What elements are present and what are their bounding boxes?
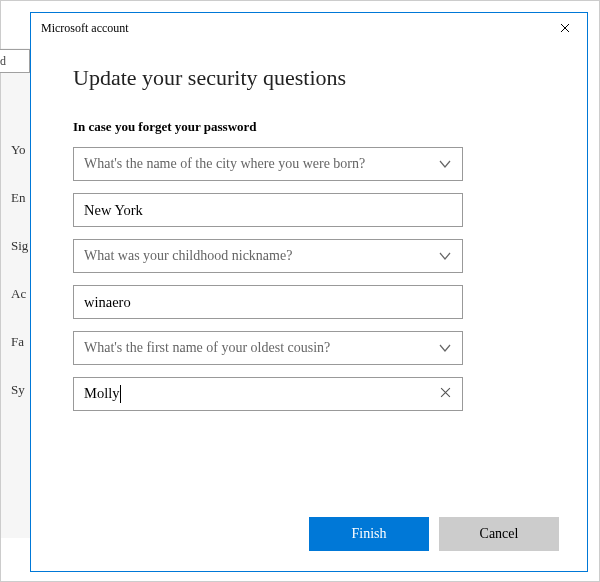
background-label: Ac (11, 286, 26, 302)
chevron-down-icon (436, 247, 454, 265)
question-3-select[interactable]: What's the first name of your oldest cou… (73, 331, 463, 365)
close-icon (440, 386, 451, 402)
page-subheading: In case you forget your password (73, 119, 545, 135)
content-area: Update your security questions In case y… (31, 43, 587, 423)
answer-3-value: Molly (84, 385, 436, 404)
background-label: Sy (11, 382, 25, 398)
question-2-select[interactable]: What was your childhood nickname? (73, 239, 463, 273)
modal-window: Microsoft account Update your security q… (30, 12, 588, 572)
close-button[interactable] (542, 13, 587, 43)
background-label: Yo (11, 142, 26, 158)
text-caret (120, 385, 121, 403)
page-title: Update your security questions (73, 65, 545, 91)
answer-2-input[interactable]: winaero (73, 285, 463, 319)
close-icon (560, 21, 570, 36)
answer-2-value: winaero (84, 294, 454, 311)
background-label: Sig (11, 238, 28, 254)
clear-input-button[interactable] (436, 385, 454, 403)
background-label: En (11, 190, 25, 206)
outer-frame: d Yo En Sig Ac Fa Sy Microsoft account U… (0, 0, 600, 582)
title-bar: Microsoft account (31, 13, 587, 43)
background-sidebar: d Yo En Sig Ac Fa Sy (1, 48, 31, 538)
answer-1-input[interactable]: New York (73, 193, 463, 227)
question-2-select-label: What was your childhood nickname? (84, 248, 436, 264)
security-questions-form: What's the name of the city where you we… (73, 147, 545, 423)
question-1-select-label: What's the name of the city where you we… (84, 156, 436, 172)
background-truncated-input: d (0, 49, 30, 73)
question-3-select-label: What's the first name of your oldest cou… (84, 340, 436, 356)
finish-button[interactable]: Finish (309, 517, 429, 551)
chevron-down-icon (436, 339, 454, 357)
background-label: Fa (11, 334, 24, 350)
answer-3-input[interactable]: Molly (73, 377, 463, 411)
chevron-down-icon (436, 155, 454, 173)
window-title: Microsoft account (41, 21, 129, 36)
button-row: Finish Cancel (309, 517, 559, 551)
cancel-button[interactable]: Cancel (439, 517, 559, 551)
answer-1-value: New York (84, 202, 454, 219)
question-1-select[interactable]: What's the name of the city where you we… (73, 147, 463, 181)
